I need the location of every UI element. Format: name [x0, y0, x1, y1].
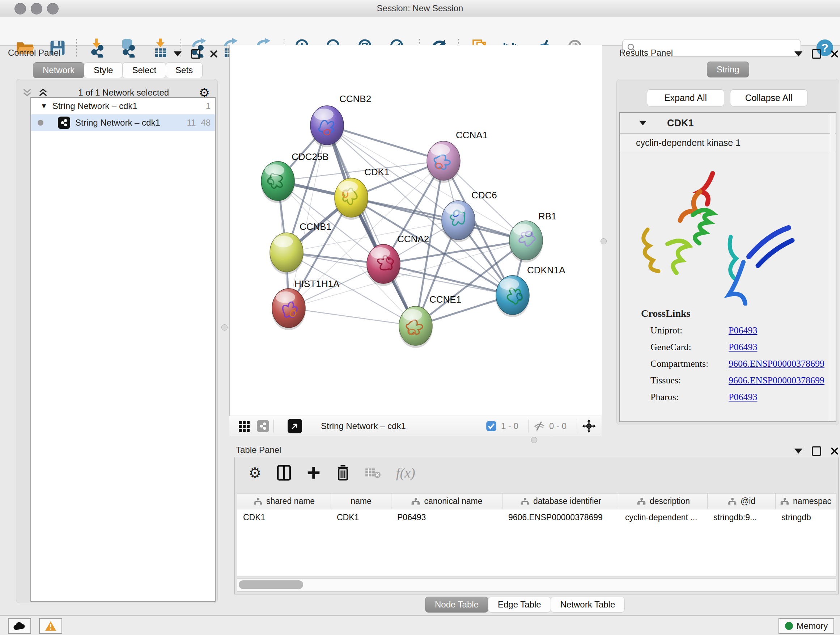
tab-string[interactable]: String	[707, 62, 749, 78]
cloud-icon	[13, 621, 26, 631]
expand-all-button[interactable]: Expand All	[647, 89, 724, 106]
node-rb1[interactable]: RB1	[509, 211, 557, 263]
equation-fx-icon[interactable]: f(x)	[396, 465, 415, 481]
scrollbar-thumb[interactable]	[239, 580, 303, 589]
column-header-description[interactable]: description	[619, 494, 707, 509]
edge[interactable]	[327, 125, 444, 161]
edge[interactable]	[351, 198, 526, 241]
crosslink-link[interactable]: P06493	[729, 325, 757, 336]
protein-header-row[interactable]: CDK1	[620, 113, 836, 134]
crosslink-row: Pharos:P06493	[651, 389, 836, 405]
delete-column-icon[interactable]	[336, 465, 350, 481]
application-window: Session: New Session	[0, 0, 840, 635]
results-panel-window-controls	[794, 49, 838, 59]
tab-style[interactable]: Style	[84, 62, 123, 78]
close-panel-icon[interactable]	[831, 447, 838, 455]
tab-select[interactable]: Select	[122, 62, 166, 78]
selected-checkbox-icon[interactable]	[486, 421, 497, 432]
maximize-panel-icon[interactable]	[812, 49, 821, 59]
collapse-section-icon[interactable]	[639, 121, 646, 126]
node-cdkn1a[interactable]: CDKN1A	[496, 264, 565, 317]
maximize-panel-icon[interactable]	[812, 447, 821, 456]
node-label: CDC25B	[292, 151, 329, 162]
network-canvas[interactable]: CCNB2CCNA1CDC25BCDK1CDC6RB1CCNB1CCNA2CDK…	[229, 45, 602, 416]
float-panel-icon[interactable]	[794, 448, 802, 454]
main-toolbar: ?	[0, 17, 840, 46]
collection-expander-icon[interactable]: ▼	[41, 102, 47, 110]
crosslink-label: Pharos:	[651, 392, 729, 402]
close-panel-icon[interactable]	[831, 50, 838, 58]
expand-all-icon[interactable]	[38, 88, 49, 97]
import-network-from-file-icon[interactable]	[87, 37, 108, 58]
crosslink-label: Uniprot:	[651, 325, 729, 336]
birds-eye-view-icon[interactable]	[287, 419, 302, 433]
close-panel-icon[interactable]	[210, 50, 218, 58]
node-ccna2[interactable]: CCNA2	[366, 233, 429, 286]
crosslink-link[interactable]: P06493	[729, 392, 757, 402]
node-cdc6[interactable]: CDC6	[441, 190, 497, 242]
right-splitter-handle[interactable]	[600, 238, 607, 244]
network-label: String Network – cdk1	[75, 118, 160, 128]
node-ccna1[interactable]: CCNA1	[426, 130, 488, 183]
network-app-icon[interactable]	[257, 420, 269, 432]
column-header-database-identifier[interactable]: database identifier	[502, 494, 619, 509]
table-cell: CDK1	[237, 509, 331, 525]
node-label: CDC6	[471, 190, 497, 201]
control-panel-window-controls	[174, 49, 218, 59]
float-panel-icon[interactable]	[794, 51, 802, 57]
tab-network-table[interactable]: Network Table	[551, 597, 625, 613]
current-network-dot-icon	[38, 120, 43, 126]
memory-button[interactable]: Memory	[778, 618, 834, 634]
node-label: HIST1H1A	[294, 279, 340, 289]
table-row[interactable]: CDK1CDK1P064939606.ENSP00000378699cyclin…	[237, 509, 836, 525]
node-ccne1[interactable]: CCNE1	[399, 294, 461, 348]
edge[interactable]	[327, 125, 416, 326]
node-ccnb2[interactable]: CCNB2	[310, 93, 371, 147]
grid-view-icon[interactable]	[238, 420, 251, 432]
crosslink-link[interactable]: P06493	[729, 342, 757, 353]
collection-label: String Network – cdk1	[52, 101, 137, 111]
cloud-status-button[interactable]	[8, 618, 31, 634]
horizontal-splitter-handle[interactable]	[531, 437, 537, 443]
crosslink-link[interactable]: 9606.ENSP00000378699	[729, 375, 824, 386]
float-panel-icon[interactable]	[174, 51, 182, 57]
network-row[interactable]: String Network – cdk1 11 48	[31, 114, 215, 131]
left-splitter-handle[interactable]	[221, 325, 227, 331]
table-horizontal-scrollbar	[237, 578, 836, 592]
collapse-all-icon[interactable]	[22, 88, 33, 97]
network-tree: ▼ String Network – cdk1 1 String Network…	[30, 97, 216, 602]
tab-node-table[interactable]: Node Table	[425, 597, 488, 613]
node-cdc25b[interactable]: CDC25B	[261, 151, 329, 203]
column-header-canonical-name[interactable]: canonical name	[392, 494, 502, 509]
results-scrollbar[interactable]	[830, 114, 835, 421]
create-column-icon[interactable]	[306, 466, 321, 480]
column-header-namespac[interactable]: namespac	[775, 494, 836, 509]
column-header--id[interactable]: @id	[707, 494, 775, 509]
crosslink-link[interactable]: 9606.ENSP00000378699	[729, 358, 824, 369]
node-label: CCNA1	[456, 130, 488, 141]
column-header-shared-name[interactable]: shared name	[237, 494, 331, 509]
tab-network[interactable]: Network	[33, 62, 84, 78]
import-table-from-file-icon[interactable]	[150, 37, 171, 58]
tab-sets[interactable]: Sets	[166, 62, 202, 78]
edge[interactable]	[289, 308, 416, 326]
node-hist1h1a[interactable]: HIST1H1A	[272, 279, 340, 330]
show-columns-icon[interactable]	[277, 465, 291, 481]
network-collection-row[interactable]: ▼ String Network – cdk1 1	[31, 98, 215, 114]
warnings-button[interactable]	[39, 618, 62, 634]
tab-edge-table[interactable]: Edge Table	[488, 597, 551, 613]
maximize-panel-icon[interactable]	[191, 49, 201, 59]
table-cell: 9606.ENSP00000378699	[502, 509, 619, 525]
pan-crosshair-icon[interactable]	[581, 418, 597, 434]
column-header-name[interactable]: name	[331, 494, 392, 509]
table-options-gear-icon[interactable]: ⚙	[248, 464, 262, 481]
collapse-all-button[interactable]: Collapse All	[730, 89, 807, 106]
import-network-from-database-icon[interactable]	[117, 37, 138, 58]
node-count: 11	[187, 118, 196, 128]
results-panel-title: Results Panel	[619, 48, 673, 58]
table-header-row: shared namenamecanonical namedatabase id…	[237, 494, 836, 509]
table-cell: cyclin-dependent ...	[619, 509, 707, 525]
crosslink-label: Tissues:	[651, 375, 729, 386]
crosslink-row: Tissues:9606.ENSP00000378699	[651, 372, 836, 389]
delete-table-icon[interactable]	[365, 467, 381, 479]
